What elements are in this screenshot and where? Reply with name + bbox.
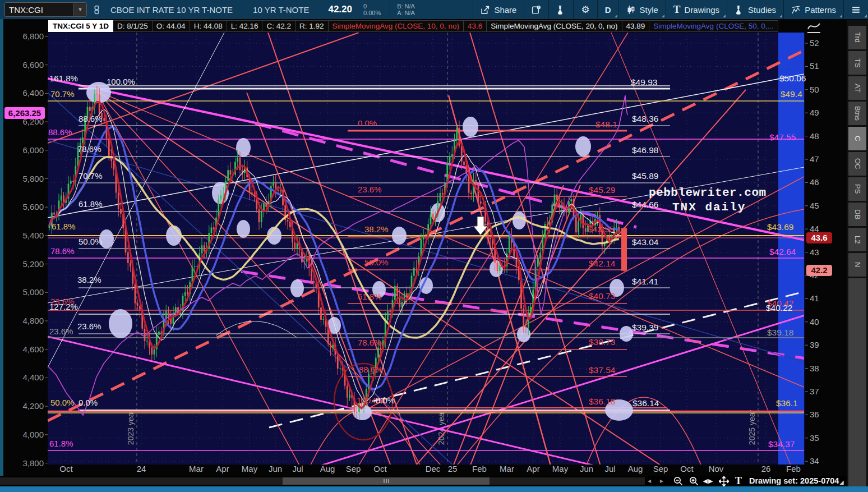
- study-value: 43.89: [622, 20, 650, 32]
- symbol-dropdown-icon[interactable]: ▼: [73, 3, 86, 16]
- sidebar-tab-oc[interactable]: OC: [848, 152, 866, 176]
- last-candle: [621, 228, 627, 271]
- symbol-description: CBOE INT RATE 10 YR T-NOTE: [110, 5, 233, 15]
- svg-text:4,600: 4,600: [22, 344, 44, 354]
- auto-center-button[interactable]: [718, 476, 730, 486]
- study-value: 43.6: [464, 20, 487, 32]
- bottom-toolbar: ◂ ▸ ◀▶ T Drawing set: 2025-0704 ◢: [0, 476, 847, 486]
- svg-text:Aug: Aug: [320, 464, 335, 473]
- svg-text:88.6%: 88.6%: [48, 127, 72, 137]
- svg-text:41: 41: [810, 293, 819, 303]
- svg-text:0.0%: 0.0%: [79, 398, 98, 407]
- change-value: 0: [363, 3, 381, 10]
- svg-text:23.6%: 23.6%: [49, 327, 73, 336]
- svg-text:45: 45: [810, 201, 819, 210]
- svg-text:50: 50: [810, 85, 819, 94]
- symbol-input[interactable]: TNX:CGI ▼: [4, 2, 87, 17]
- svg-text:$46.98: $46.98: [632, 145, 658, 155]
- svg-text:70.7%: 70.7%: [79, 171, 103, 181]
- window-left-border: [0, 19, 3, 492]
- chart-scrollbar-thumb[interactable]: [283, 477, 490, 485]
- sidebar-tab-trd[interactable]: Trd: [848, 26, 866, 49]
- flask-icon: [556, 5, 566, 15]
- svg-text:Jul: Jul: [292, 464, 303, 473]
- study-label[interactable]: SimpleMovingAvg (CLOSE, 50, 0,...: [649, 20, 778, 32]
- analysis-flask-button[interactable]: [548, 0, 573, 19]
- zoom-in-icon: [689, 476, 699, 486]
- svg-text:2023 year: 2023 year: [126, 410, 135, 445]
- svg-text:$49.4: $49.4: [781, 89, 802, 99]
- change-percent: 0.00%: [363, 10, 381, 16]
- svg-text:$48.1: $48.1: [595, 119, 617, 129]
- svg-text:TNX daily: TNX daily: [672, 201, 746, 214]
- price-chart-canvas[interactable]: 2023 year2024 year2025 year161.8%100.0%7…: [0, 19, 868, 492]
- chart-area: 2023 year2024 year2025 year161.8%100.0%7…: [0, 19, 868, 492]
- zoom-out-button[interactable]: [672, 476, 684, 486]
- sidebar-tab-ps[interactable]: PS: [848, 177, 866, 201]
- settings-button[interactable]: ⚙: [573, 0, 597, 19]
- svg-text:$43.69: $43.69: [767, 222, 793, 232]
- svg-text:May: May: [242, 464, 258, 473]
- pan-horizontal-button[interactable]: ◀▶: [702, 476, 714, 486]
- svg-text:$36.1: $36.1: [776, 398, 798, 408]
- svg-text:38: 38: [810, 364, 819, 373]
- studies-button[interactable]: Studies: [727, 0, 783, 19]
- chart-title[interactable]: TNX:CGI 5 Y 1D: [48, 20, 113, 32]
- patterns-button[interactable]: Patterns: [783, 0, 843, 19]
- sidebar-tab-c[interactable]: C: [848, 127, 866, 150]
- svg-text:$50.06: $50.06: [779, 73, 806, 83]
- drawings-T-icon: T: [673, 3, 681, 16]
- sidebar-tab-l2[interactable]: L2: [848, 228, 866, 251]
- svg-text:39: 39: [810, 340, 819, 350]
- svg-text:5,400: 5,400: [22, 231, 44, 240]
- zoom-in-button[interactable]: [687, 476, 700, 486]
- ohlc-field: L: 42.16: [227, 20, 263, 32]
- svg-text:$48.36: $48.36: [632, 114, 658, 123]
- svg-text:Jun: Jun: [580, 464, 593, 473]
- study-label[interactable]: SimpleMovingAvg (CLOSE, 20, 0, no): [487, 20, 622, 32]
- bid-value: B: N/A: [397, 3, 415, 10]
- drawings-button[interactable]: T Drawings: [666, 0, 727, 19]
- drawing-set-expand-icon[interactable]: ◢: [839, 479, 844, 485]
- patterns-icon: [791, 5, 801, 15]
- svg-text:5,000: 5,000: [22, 287, 44, 297]
- sidebar-tab-ts[interactable]: TS: [848, 51, 866, 75]
- svg-text:44: 44: [810, 224, 819, 233]
- svg-text:61.8%: 61.8%: [52, 222, 76, 231]
- svg-text:78.6%: 78.6%: [50, 246, 75, 256]
- svg-text:Apr: Apr: [216, 464, 229, 473]
- ohlc-fields: D: 8/1/25O: 44.04H: 44.08L: 42.16C: 42.2…: [113, 20, 329, 32]
- svg-text:pebblewriter.com: pebblewriter.com: [649, 186, 767, 199]
- svg-text:Feb: Feb: [786, 464, 801, 473]
- svg-text:Mar: Mar: [189, 464, 204, 473]
- notes-button[interactable]: !: [524, 0, 548, 19]
- sidebar-tab-at[interactable]: AT: [848, 76, 866, 100]
- svg-text:23.6%: 23.6%: [358, 185, 382, 194]
- right-sidebar: TrdTSATBtnsCOCPSDBL2N: [847, 20, 868, 486]
- svg-text:37: 37: [810, 387, 819, 396]
- sidebar-tab-btns[interactable]: Btns: [848, 102, 866, 125]
- svg-text:88.6%: 88.6%: [359, 365, 383, 374]
- sidebar-tab-n[interactable]: N: [848, 253, 866, 277]
- text-tool-button[interactable]: T: [732, 476, 745, 486]
- scroll-right-icon[interactable]: ▸: [660, 477, 663, 485]
- svg-text:$38.73: $38.73: [589, 337, 615, 347]
- timeframe-button[interactable]: D: [597, 0, 618, 19]
- svg-text:38.2%: 38.2%: [364, 224, 389, 234]
- svg-text:$36.18: $36.18: [589, 397, 615, 406]
- drawing-set-label[interactable]: Drawing set: 2025-0704: [749, 476, 839, 485]
- share-label: Share: [494, 5, 516, 15]
- share-button[interactable]: Share: [473, 0, 524, 19]
- sidebar-tab-db[interactable]: DB: [848, 203, 866, 226]
- svg-text:$45.89: $45.89: [632, 171, 658, 181]
- menu-button[interactable]: [843, 0, 868, 19]
- svg-text:$34.37: $34.37: [768, 439, 795, 449]
- link-icon[interactable]: [92, 5, 101, 15]
- svg-text:78.6%: 78.6%: [358, 338, 382, 347]
- studies-label: Studies: [748, 5, 776, 15]
- study-label[interactable]: SimpleMovingAvg (CLOSE, 10, 0, no): [329, 20, 464, 32]
- scroll-left-icon[interactable]: ◂: [648, 477, 651, 485]
- style-button[interactable]: Style: [618, 0, 666, 19]
- ask-value: A: N/A: [397, 10, 415, 16]
- svg-text:5,600: 5,600: [22, 202, 44, 211]
